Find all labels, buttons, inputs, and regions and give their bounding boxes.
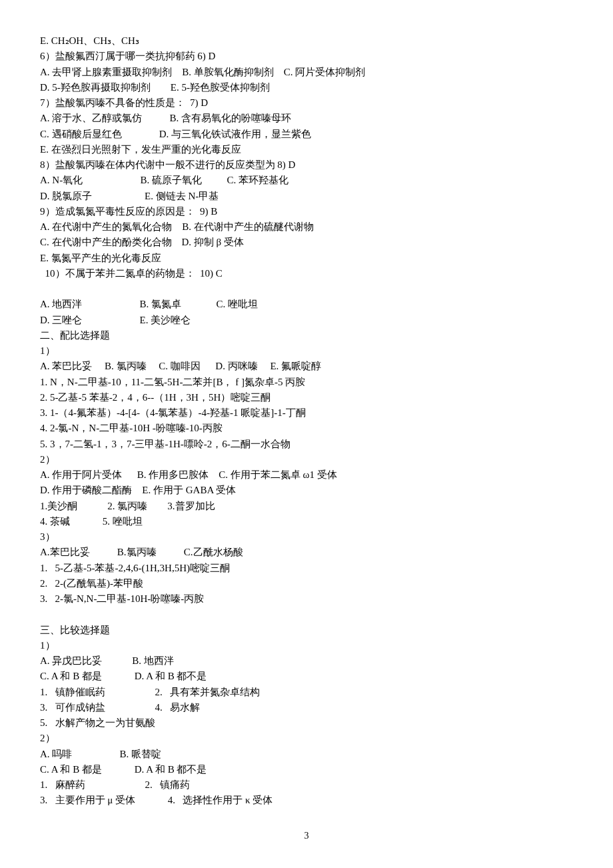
text-line: 3. 2-氯-N,N-二甲基-10H-吩噻嗪-丙胺 bbox=[40, 591, 573, 607]
text-line: 5. 3，7-二氢-1，3，7-三甲基-1H-嘌呤-2，6-二酮一水合物 bbox=[40, 437, 573, 452]
text-line: 3） bbox=[40, 529, 573, 545]
text-line: A. N-氧化 B. 硫原子氧化 C. 苯环羟基化 bbox=[40, 173, 573, 188]
text-line: A. 异戊巴比妥 B. 地西泮 bbox=[40, 653, 573, 669]
text-line: 1. 麻醉药 2. 镇痛药 bbox=[40, 777, 573, 793]
text-line: D. 5-羟色胺再摄取抑制剂 E. 5-羟色胺受体抑制剂 bbox=[40, 80, 573, 95]
text-line: 2. 5-乙基-5 苯基-2，4，6--（1H，3H，5H）嘧啶三酮 bbox=[40, 390, 573, 405]
text-line: E. CH₂OH、CH₃、CH₃ bbox=[40, 33, 573, 49]
text-line: 1. 镇静催眠药 2. 具有苯并氮杂卓结构 bbox=[40, 685, 573, 700]
text-line: E. 在强烈日光照射下，发生严重的光化毒反应 bbox=[40, 142, 573, 157]
text-line: 5. 水解产物之一为甘氨酸 bbox=[40, 715, 573, 731]
text-line: 4. 茶碱 5. 唑吡坦 bbox=[40, 514, 573, 529]
text-line: A. 去甲肾上腺素重摄取抑制剂 B. 单胺氧化酶抑制剂 C. 阿片受体抑制剂 bbox=[40, 65, 573, 80]
text-line: A. 苯巴比妥 B. 氯丙嗪 C. 咖啡因 D. 丙咪嗪 E. 氟哌啶醇 bbox=[40, 359, 573, 374]
text-line: 1.美沙酮 2. 氯丙嗪 3.普罗加比 bbox=[40, 499, 573, 514]
text-line: 二、配比选择题 bbox=[40, 328, 573, 343]
text-line: E. 氯氮平产生的光化毒反应 bbox=[40, 251, 573, 266]
text-line: 1） bbox=[40, 638, 573, 653]
text-line: 9）造成氯氮平毒性反应的原因是： 9) B bbox=[40, 204, 573, 219]
text-line: 1. N，N-二甲基-10，11-二氢-5H-二苯并[B， f ]氮杂卓-5 丙… bbox=[40, 375, 573, 390]
text-line: 1. 5-乙基-5-苯基-2,4,6-(1H,3H,5H)嘧啶三酮 bbox=[40, 561, 573, 576]
text-line: A. 地西泮 B. 氯氮卓 C. 唑吡坦 bbox=[40, 297, 573, 312]
text-line: A.苯巴比妥 B.氯丙嗪 C.乙酰水杨酸 bbox=[40, 545, 573, 560]
text-line: 三、比较选择题 bbox=[40, 623, 573, 638]
document-body: E. CH₂OH、CH₃、CH₃6）盐酸氟西汀属于哪一类抗抑郁药 6) DA. … bbox=[40, 33, 573, 809]
text-line: A. 溶于水、乙醇或氯仿 B. 含有易氧化的吩噻嗪母环 bbox=[40, 111, 573, 126]
text-line: 1） bbox=[40, 343, 573, 359]
text-line: 2. 2-(乙酰氧基)-苯甲酸 bbox=[40, 576, 573, 591]
text-line: A. 吗啡 B. 哌替啶 bbox=[40, 747, 573, 762]
text-line bbox=[40, 607, 573, 622]
text-line: C. 在代谢中产生的酚类化合物 D. 抑制 β 受体 bbox=[40, 235, 573, 250]
text-line: 8）盐酸氯丙嗪在体内代谢中一般不进行的反应类型为 8) D bbox=[40, 157, 573, 173]
text-line: 4. 2-氯-N，N-二甲基-10H -吩噻嗪-10-丙胺 bbox=[40, 421, 573, 436]
text-line: 3. 1-（4-氟苯基）-4-[4-（4-氯苯基）-4-羟基-1 哌啶基]-1-… bbox=[40, 405, 573, 421]
text-line: D. 脱氯原子 E. 侧链去 N-甲基 bbox=[40, 189, 573, 204]
text-line: 2） bbox=[40, 452, 573, 467]
text-line: D. 三唑仑 E. 美沙唑仑 bbox=[40, 313, 573, 328]
text-line: A. 在代谢中产生的氮氧化合物 B. 在代谢中产生的硫醚代谢物 bbox=[40, 219, 573, 235]
text-line: A. 作用于阿片受体 B. 作用多巴胺体 C. 作用于苯二氮卓 ω1 受体 bbox=[40, 467, 573, 483]
text-line: C. A 和 B 都是 D. A 和 B 都不是 bbox=[40, 762, 573, 777]
text-line: C. 遇硝酸后显红色 D. 与三氧化铁试液作用，显兰紫色 bbox=[40, 127, 573, 142]
text-line: D. 作用于磷酸二酯酶 E. 作用于 GABA 受体 bbox=[40, 483, 573, 498]
text-line: 3. 可作成钠盐 4. 易水解 bbox=[40, 700, 573, 715]
text-line: C. A 和 B 都是 D. A 和 B 都不是 bbox=[40, 669, 573, 684]
text-line bbox=[40, 281, 573, 297]
text-line: 3. 主要作用于 μ 受体 4. 选择性作用于 κ 受体 bbox=[40, 793, 573, 808]
text-line: 10）不属于苯并二氮卓的药物是： 10) C bbox=[40, 266, 573, 281]
text-line: 6）盐酸氟西汀属于哪一类抗抑郁药 6) D bbox=[40, 49, 573, 64]
text-line: 7）盐酸氯丙嗪不具备的性质是： 7) D bbox=[40, 95, 573, 111]
page-number: 3 bbox=[40, 829, 573, 843]
text-line: 2） bbox=[40, 731, 573, 746]
